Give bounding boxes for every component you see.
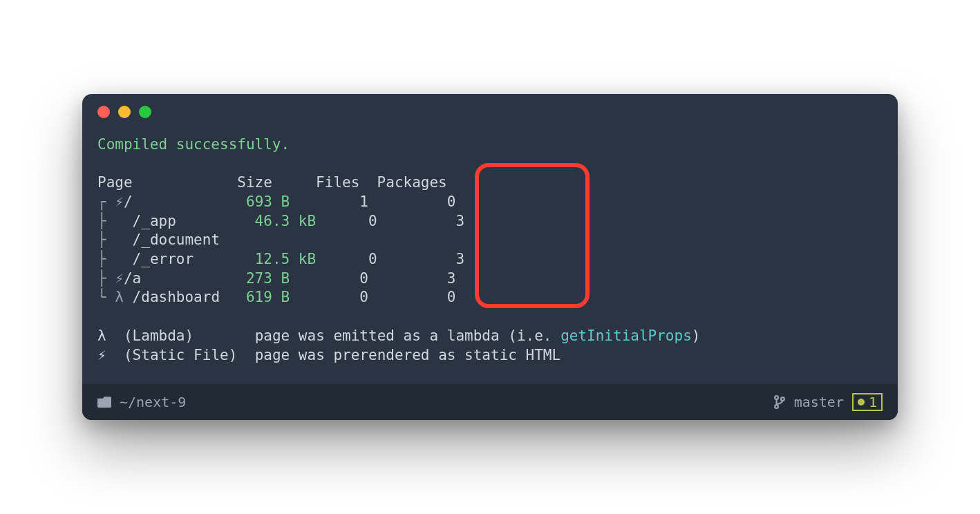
- table-row: ┌ ⚡/ 693 B 1 0: [97, 193, 455, 210]
- col-page: Page: [97, 174, 133, 191]
- legend-static: ⚡ (Static File) page was prerendered as …: [97, 347, 560, 363]
- table-row: └ λ /dashboard 619 B 0 0: [97, 289, 455, 305]
- table-row: ├ /_error 12.5 kB 0 3: [97, 251, 464, 267]
- svg-point-2: [781, 397, 784, 401]
- minimize-icon[interactable]: [118, 106, 131, 118]
- legend-lambda: λ (Lambda) page was emitted as a lambda …: [97, 327, 700, 344]
- git-branch-icon: [773, 394, 786, 410]
- close-icon[interactable]: [97, 106, 110, 118]
- terminal-body: Compiled successfully. Page Size Files P…: [82, 130, 898, 385]
- git-branch-name: master: [794, 394, 844, 410]
- col-files: Files: [316, 174, 359, 191]
- git-sync-badge[interactable]: 1: [852, 393, 883, 411]
- status-bar: ~/next-9 master 1: [82, 384, 898, 420]
- window-titlebar: [82, 94, 898, 130]
- table-row: ├ /_app 46.3 kB 0 3: [97, 213, 464, 229]
- git-sync-count: 1: [869, 394, 877, 410]
- zoom-icon[interactable]: [139, 106, 151, 118]
- svg-point-0: [775, 396, 778, 399]
- svg-point-1: [775, 405, 778, 408]
- compile-status: Compiled successfully.: [97, 136, 290, 153]
- folder-icon: [97, 397, 111, 408]
- col-packages: Packages: [377, 174, 447, 191]
- col-size: Size: [237, 174, 272, 191]
- terminal-window: Compiled successfully. Page Size Files P…: [82, 94, 898, 421]
- table-row: ├ /_document: [97, 231, 220, 248]
- terminal-output: Compiled successfully. Page Size Files P…: [97, 135, 883, 365]
- sync-dot-icon: [858, 399, 865, 406]
- cwd-path: ~/next-9: [120, 394, 186, 410]
- table-row: ├ ⚡/a 273 B 0 3: [97, 270, 455, 287]
